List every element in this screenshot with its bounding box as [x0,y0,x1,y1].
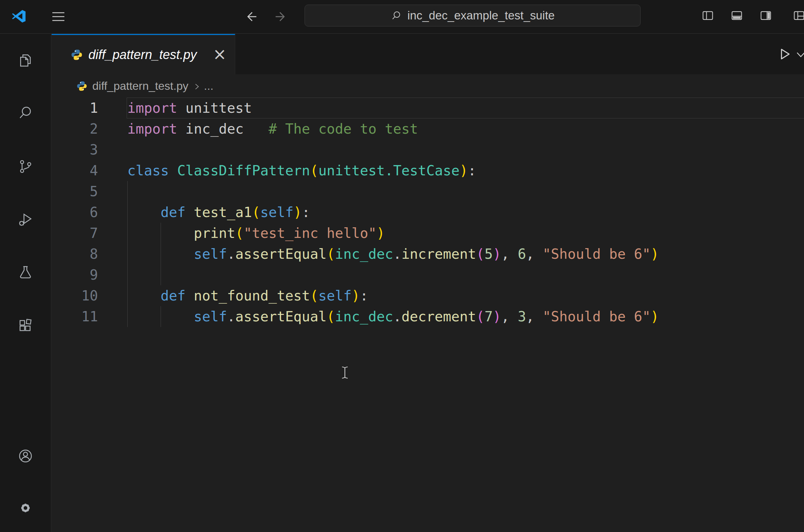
line-number[interactable]: 4 [52,160,98,181]
line-number[interactable]: 9 [52,264,98,285]
accounts-icon[interactable] [17,448,34,464]
command-center-search[interactable]: inc_dec_example_test_suite [305,5,641,27]
code-editor[interactable]: 1import unittest2import inc_dec # The co… [52,98,804,327]
code-line-9[interactable]: 9 [52,264,804,285]
menu-hamburger-icon[interactable] [51,10,66,23]
text-cursor-ibeam [340,366,349,380]
code-text: print("test_inc hello") [127,223,385,244]
toggle-panel-icon[interactable] [730,9,744,22]
line-number[interactable]: 10 [52,285,98,306]
line-number[interactable]: 5 [52,181,98,202]
source-control-icon[interactable] [17,158,34,175]
code-text: class ClassDiffPattern(unittest.TestCase… [127,160,476,181]
code-line-11[interactable]: 11 self.assertEqual(inc_dec.decrement(7)… [52,306,804,327]
code-line-7[interactable]: 7 print("test_inc hello") [52,223,804,244]
indent-guide [127,181,128,202]
code-text: self.assertEqual(inc_dec.increment(5), 6… [127,244,659,264]
line-number[interactable]: 8 [52,244,98,264]
navigate-back-icon[interactable] [244,9,259,24]
run-options-chevron-icon[interactable] [794,50,804,59]
line-number[interactable]: 1 [52,98,98,118]
python-file-icon [76,81,87,92]
code-line-5[interactable]: 5 [52,181,804,202]
code-text: self.assertEqual(inc_dec.decrement(7), 3… [127,306,659,327]
run-and-debug-icon[interactable] [17,211,34,228]
tab-bar: diff_pattern_test.py × [52,34,804,74]
activity-bar [0,34,51,532]
toggle-primary-sidebar-icon[interactable] [701,9,715,22]
code-line-3[interactable]: 3 [52,139,804,160]
command-center-label: inc_dec_example_test_suite [407,9,555,22]
code-text: def test_a1(self): [127,202,310,223]
search-icon [391,10,402,21]
code-line-8[interactable]: 8 self.assertEqual(inc_dec.increment(5),… [52,244,804,264]
search-sidebar-icon[interactable] [17,105,34,121]
indent-guide [161,264,161,285]
navigate-forward-icon[interactable] [273,9,288,24]
breadcrumb-file[interactable]: diff_pattern_test.py [92,80,189,93]
indent-guide [127,264,128,285]
line-number[interactable]: 7 [52,223,98,244]
customize-layout-icon[interactable] [792,9,804,22]
toggle-secondary-sidebar-icon[interactable] [759,9,773,22]
code-line-2[interactable]: 2import inc_dec # The code to test [52,118,804,139]
title-bar: inc_dec_example_test_suite [0,0,804,34]
tab-label: diff_pattern_test.py [88,47,197,62]
extensions-icon[interactable] [17,317,34,334]
line-number[interactable]: 2 [52,118,98,139]
vscode-logo-icon [11,8,27,25]
line-number[interactable]: 6 [52,202,98,223]
manage-gear-icon[interactable] [17,500,34,516]
python-file-icon [71,49,83,61]
tab-diff-pattern-test[interactable]: diff_pattern_test.py [52,34,235,74]
editor-group: diff_pattern_test.py × diff_pattern_test… [52,34,804,532]
explorer-icon[interactable] [17,52,34,69]
chevron-right-icon [192,82,201,91]
code-text: def not_found_test(self): [127,285,368,306]
line-number[interactable]: 11 [52,306,98,327]
testing-beaker-icon[interactable] [17,264,34,281]
code-line-10[interactable]: 10 def not_found_test(self): [52,285,804,306]
breadcrumb-symbol[interactable]: ... [204,80,214,93]
run-python-file-icon[interactable] [776,46,792,62]
code-text: import inc_dec # The code to test [127,118,418,139]
code-line-6[interactable]: 6 def test_a1(self): [52,202,804,223]
line-number[interactable]: 3 [52,139,98,160]
code-line-4[interactable]: 4class ClassDiffPattern(unittest.TestCas… [52,160,804,181]
tab-close-icon[interactable]: × [212,46,228,62]
code-text: import unittest [127,98,252,118]
breadcrumb: diff_pattern_test.py ... [52,74,804,98]
code-line-1[interactable]: 1import unittest [52,98,804,118]
